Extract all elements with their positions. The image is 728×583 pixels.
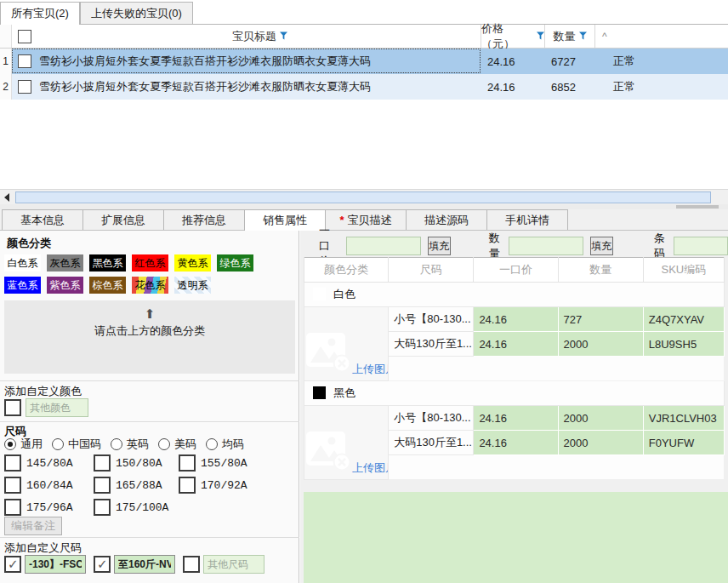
sku-right-panel: 一口价 填充 数量 填充 条码 颜色分类尺码一口价数量SKU编码 白色上传图片小… [300,231,728,583]
sku-code-cell[interactable]: L8U9SH5 [643,332,724,357]
custom-size-checkbox[interactable] [4,556,21,573]
product-title-cell: 雪纺衫小披肩短外套女夏季短款百搭开衫沙滩衣服防晒衣女夏薄大码 [37,49,481,74]
color-swatch[interactable]: 绿色系 [217,254,253,271]
size-option[interactable]: 145/80A [4,454,89,472]
select-all-checkbox[interactable] [18,30,31,43]
detail-tab-label: 销售属性 [263,214,307,226]
size-option[interactable]: 165/88A [94,477,179,494]
size-option[interactable]: 150/80A [94,454,179,472]
color-swatch[interactable]: 红色系 [132,254,168,271]
detail-tab[interactable]: 推荐信息 [163,209,245,230]
custom-size-input[interactable] [25,555,86,574]
sku-qty-cell[interactable]: 2000 [558,332,643,357]
upload-image-link[interactable]: 上传图片 [352,362,389,377]
radio-button[interactable] [206,438,218,450]
custom-size-checkbox[interactable] [94,556,111,573]
color-swatch[interactable]: 白色系 [4,254,41,271]
product-row[interactable]: 1雪纺衫小披肩短外套女夏季短款百搭开衫沙滩衣服防晒衣女夏薄大码24.166727… [0,49,728,74]
sku-code-cell[interactable]: VJR1CLVH03 [643,406,724,431]
size-standard-options: 通用中国码英码美码均码 [4,437,253,452]
product-list-tab[interactable]: 上传失败的宝贝(0) [80,2,193,24]
product-row[interactable]: 2雪纺衫小披肩短外套女夏季短款百搭开衫沙滩衣服防晒衣女夏薄大码24.166852… [0,74,728,100]
detail-tab[interactable]: 销售属性 [244,209,326,231]
filter-icon[interactable] [537,30,544,43]
upload-image-link[interactable]: 上传图片 [352,460,389,476]
custom-size-item [183,555,264,574]
color-swatch[interactable]: 花色系 [132,277,168,294]
size-option[interactable]: 160/84A [4,477,89,494]
size-standard-option[interactable]: 美码 [158,437,196,452]
size-standard-option[interactable]: 均码 [206,437,244,452]
color-section-title: 颜色分类 [7,236,51,251]
title-column-header[interactable]: 宝贝标题 [37,25,481,48]
size-checkbox[interactable] [94,454,111,472]
scroll-left-button[interactable] [0,190,14,205]
custom-size-input[interactable] [114,555,175,574]
arrow-up-icon: ⬆ [4,307,295,320]
fill-price-input[interactable] [346,237,421,255]
color-swatch[interactable]: 灰色系 [47,254,83,271]
color-swatch[interactable]: 紫色系 [47,277,83,294]
detail-tab[interactable]: 扩展信息 [82,209,164,230]
size-standard-label: 美码 [174,437,196,452]
size-checkbox[interactable] [94,499,111,516]
filter-icon[interactable] [280,30,287,43]
fill-qty-button[interactable]: 填充 [590,237,613,255]
custom-size-checkbox[interactable] [183,556,200,573]
fill-price-button[interactable]: 填充 [428,237,451,255]
color-swatch[interactable]: 透明系 [174,277,211,294]
radio-button[interactable] [158,438,170,450]
row-checkbox[interactable] [18,80,31,94]
color-swatch[interactable]: 棕色系 [89,277,126,294]
sku-qty-cell[interactable]: 2000 [558,406,643,431]
detail-tab[interactable]: 描述源码 [406,209,487,230]
custom-size-input[interactable] [203,555,264,574]
color-swatch[interactable]: 黑色系 [89,254,126,271]
sku-filler-cell [389,357,725,381]
size-checkbox[interactable] [4,477,21,494]
size-standard-option[interactable]: 中国码 [52,437,101,452]
price-column-header[interactable]: 价格（元） [481,25,544,48]
sku-price-cell[interactable]: 24.16 [474,307,558,332]
size-checkbox[interactable] [4,454,21,472]
sku-qty-cell[interactable]: 2000 [558,431,643,455]
sku-code-cell[interactable]: F0YUFW [643,431,724,455]
sku-code-cell[interactable]: Z4Q7XYAV [643,307,724,332]
sku-filler-cell [389,455,725,480]
sku-qty-cell[interactable]: 727 [558,307,643,332]
edit-note-button[interactable]: 编辑备注 [4,517,62,535]
size-option[interactable]: 175/96A [4,499,89,516]
barcode-input[interactable] [674,237,728,255]
size-checkbox[interactable] [179,477,196,494]
sort-caret-icon[interactable]: ^ [602,31,607,43]
custom-color-input[interactable] [26,398,88,417]
size-checkbox[interactable] [4,499,21,516]
size-option[interactable]: 175/100A [94,499,179,516]
size-standard-option[interactable]: 英码 [111,437,149,452]
sku-price-cell[interactable]: 24.16 [474,406,558,431]
color-swatch[interactable]: 蓝色系 [4,277,41,294]
color-swatch[interactable]: 黄色系 [174,254,211,271]
custom-color-checkbox[interactable] [4,399,21,416]
size-option[interactable]: 170/92A [179,477,264,494]
qty-column-header[interactable]: 数量 [544,25,594,48]
detail-tab[interactable]: 手机详情 [486,209,568,230]
hscrollbar-thumb[interactable] [15,191,711,203]
color-swatch-grid: 白色系灰色系黑色系红色系黄色系绿色系蓝色系紫色系棕色系花色系透明系 [4,254,297,299]
filter-icon[interactable] [579,30,587,43]
sku-price-cell[interactable]: 24.16 [474,431,558,455]
radio-button[interactable] [111,438,122,450]
size-standard-option[interactable]: 通用 [4,437,43,452]
size-checkbox[interactable] [179,454,196,472]
panel-scroll-thumb[interactable] [676,205,719,209]
radio-button[interactable] [52,438,64,450]
size-checkbox[interactable] [94,477,111,494]
fill-qty-input[interactable] [509,237,583,255]
row-checkbox[interactable] [18,54,31,68]
sku-price-cell[interactable]: 24.16 [474,332,558,357]
size-option[interactable]: 155/80A [179,454,264,472]
detail-tab[interactable]: 基本信息 [2,209,83,230]
status-column-header[interactable]: ^ [594,25,728,48]
radio-button[interactable] [4,438,16,450]
product-list-tab[interactable]: 所有宝贝(2) [0,2,80,25]
